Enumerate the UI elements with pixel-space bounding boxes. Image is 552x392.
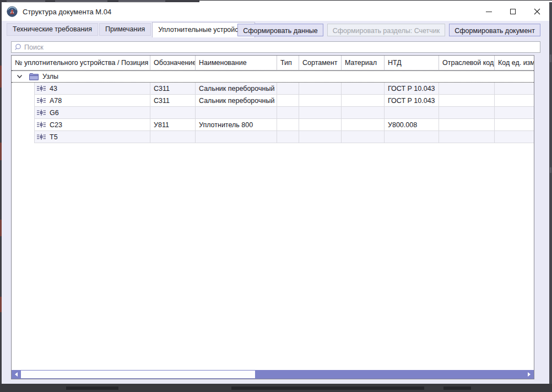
- title-bar: Структура документа М.04: [2, 2, 549, 21]
- column-header-ntd[interactable]: НТД: [385, 56, 439, 70]
- cell-unit-code[interactable]: [495, 95, 534, 107]
- cell-name[interactable]: Сальник переборочный: [196, 95, 277, 107]
- column-header-assortment[interactable]: Сортамент: [299, 56, 342, 70]
- fitting-icon: [37, 97, 46, 104]
- cell-name[interactable]: [196, 107, 277, 119]
- cell-number[interactable]: А78: [35, 95, 150, 107]
- cell-designation[interactable]: С311: [150, 95, 196, 107]
- cell-ntd[interactable]: ГОСТ Р 10.043: [385, 95, 439, 107]
- cell-unit-code[interactable]: [495, 131, 534, 143]
- cell-assortment[interactable]: [299, 107, 342, 119]
- row-id-label: А78: [50, 97, 62, 105]
- minimize-button[interactable]: [477, 2, 501, 21]
- cell-industry-code[interactable]: [439, 83, 495, 95]
- scroll-right-icon: [528, 372, 531, 377]
- cell-designation[interactable]: С311: [150, 83, 196, 95]
- desktop-background-right: [549, 2, 552, 384]
- cell-material[interactable]: [342, 107, 385, 119]
- column-header-number-position[interactable]: № уплотнительного устройства / Позиция: [12, 56, 150, 70]
- cell-number[interactable]: G6: [35, 107, 150, 119]
- scrollbar-thumb[interactable]: [21, 371, 255, 378]
- cell-material[interactable]: [342, 119, 385, 131]
- cell-number[interactable]: Т5: [35, 131, 150, 143]
- table-row[interactable]: Т5: [12, 131, 534, 143]
- tab-notes[interactable]: Примечания: [99, 23, 151, 36]
- background-artifact: [550, 167, 551, 173]
- action-buttons: Сформировать данные Сформировать разделы…: [237, 24, 540, 36]
- table-row[interactable]: G6: [12, 107, 534, 119]
- cell-industry-code[interactable]: [439, 119, 495, 131]
- cell-type[interactable]: [277, 119, 299, 131]
- cell-assortment[interactable]: [299, 119, 342, 131]
- cell-name[interactable]: Уплотнитель 800: [196, 119, 277, 131]
- document-structure-window: Структура документа М.04 Технические тре…: [2, 2, 549, 384]
- table-header: № уплотнительного устройства / Позиция О…: [12, 56, 534, 70]
- cell-number[interactable]: С23: [35, 119, 150, 131]
- cell-type[interactable]: [277, 95, 299, 107]
- background-artifact: [7, 1, 45, 2]
- generate-data-button[interactable]: Сформировать данные: [237, 24, 323, 36]
- column-header-industry-code[interactable]: Отраслевой код: [439, 56, 495, 70]
- cell-assortment[interactable]: [299, 83, 342, 95]
- cell-ntd[interactable]: У800.008: [385, 119, 439, 131]
- row-id-label: G6: [50, 109, 59, 117]
- cell-number[interactable]: 43: [35, 83, 150, 95]
- cell-designation[interactable]: [150, 131, 196, 143]
- table-row[interactable]: 43 С311 Сальник переборочный ГОСТ Р 10.0…: [12, 83, 534, 95]
- tree-indent: [12, 131, 35, 143]
- desktop-background-bottom: [0, 384, 552, 392]
- cell-unit-code[interactable]: [495, 107, 534, 119]
- tab-bar: Технические требования Примечания Уплотн…: [2, 21, 549, 37]
- cell-name[interactable]: Сальник переборочный: [196, 83, 277, 95]
- close-button[interactable]: [525, 2, 549, 21]
- cell-assortment[interactable]: [299, 95, 342, 107]
- tab-technical-requirements[interactable]: Технические требования: [7, 23, 98, 36]
- table-row[interactable]: С23 У811 Уплотнитель 800 У800.008: [12, 119, 534, 131]
- sealing-devices-table: № уплотнительного устройства / Позиция О…: [11, 55, 534, 379]
- scroll-left-icon: [15, 372, 18, 377]
- search-icon: [14, 43, 21, 51]
- cell-material[interactable]: [342, 95, 385, 107]
- horizontal-scrollbar[interactable]: [12, 370, 534, 379]
- search-placeholder: Поиск: [24, 43, 44, 51]
- column-header-unit-code[interactable]: Код ед. изм.: [495, 56, 534, 70]
- background-artifact: [55, 1, 107, 2]
- cell-ntd[interactable]: ГОСТ Р 10.043: [385, 83, 439, 95]
- cell-unit-code[interactable]: [495, 83, 534, 95]
- scrollbar-track[interactable]: [255, 370, 524, 379]
- cell-type[interactable]: [277, 83, 299, 95]
- cell-industry-code[interactable]: [439, 95, 495, 107]
- generate-sections-button: Сформировать разделы: Счетчик: [327, 24, 445, 36]
- cell-material[interactable]: [342, 131, 385, 143]
- column-header-material[interactable]: Материал: [342, 56, 385, 70]
- scroll-right-button[interactable]: [524, 370, 534, 379]
- cell-type[interactable]: [277, 131, 299, 143]
- app-logo-icon: [7, 6, 18, 17]
- maximize-button[interactable]: [501, 2, 525, 21]
- column-header-type[interactable]: Тип: [277, 56, 299, 70]
- cell-name[interactable]: [196, 131, 277, 143]
- table-row[interactable]: А78 С311 Сальник переборочный ГОСТ Р 10.…: [12, 95, 534, 107]
- chevron-down-icon[interactable]: [17, 74, 23, 79]
- group-row-uzly[interactable]: Узлы: [12, 70, 534, 83]
- cell-industry-code[interactable]: [439, 131, 495, 143]
- background-artifact: [231, 386, 424, 390]
- fitting-icon: [37, 122, 46, 128]
- cell-unit-code[interactable]: [495, 119, 534, 131]
- column-header-name[interactable]: Наименование: [196, 56, 277, 70]
- cell-material[interactable]: [342, 83, 385, 95]
- search-input[interactable]: Поиск: [11, 41, 540, 53]
- scroll-left-button[interactable]: [12, 370, 21, 379]
- cell-assortment[interactable]: [299, 131, 342, 143]
- cell-industry-code[interactable]: [439, 107, 495, 119]
- cell-designation[interactable]: У811: [150, 119, 196, 131]
- cell-ntd[interactable]: [385, 131, 439, 143]
- table-empty-area: [12, 143, 534, 370]
- tree-indent: [12, 107, 35, 119]
- tree-indent: [12, 95, 35, 107]
- cell-type[interactable]: [277, 107, 299, 119]
- cell-ntd[interactable]: [385, 107, 439, 119]
- generate-document-button[interactable]: Сформировать документ: [449, 24, 540, 36]
- cell-designation[interactable]: [150, 107, 196, 119]
- column-header-designation[interactable]: Обозначение: [150, 56, 196, 70]
